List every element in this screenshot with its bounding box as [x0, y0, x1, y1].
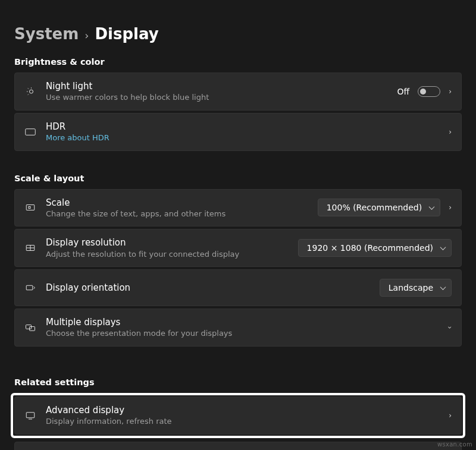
row-hdr[interactable]: HDR More about HDR › — [14, 113, 462, 151]
chevron-right-icon: › — [449, 411, 452, 420]
resolution-icon — [24, 243, 36, 253]
night-light-title: Night light — [46, 80, 388, 92]
row-night-light[interactable]: Night light Use warmer colors to help bl… — [14, 73, 462, 111]
night-light-sub: Use warmer colors to help block blue lig… — [46, 92, 388, 103]
svg-rect-11 — [26, 285, 33, 290]
orientation-icon — [24, 282, 36, 293]
night-light-toggle[interactable] — [418, 86, 440, 97]
hdr-icon — [24, 128, 36, 136]
row-orientation[interactable]: Display orientation Landscape — [14, 269, 462, 306]
row-resolution[interactable]: Display resolution Adjust the resolution… — [14, 229, 462, 267]
chevron-right-icon: › — [449, 128, 452, 136]
svg-point-0 — [30, 90, 33, 93]
multiple-sub: Choose the presentation mode for your di… — [46, 328, 439, 339]
watermark: wsxan.com — [437, 441, 472, 448]
resolution-title: Display resolution — [46, 237, 289, 248]
section-related-title: Related settings — [14, 377, 462, 387]
svg-line-4 — [28, 94, 29, 95]
svg-rect-7 — [29, 207, 30, 209]
orientation-title: Display orientation — [46, 282, 370, 294]
highlight-advanced-display: Advanced display Display information, re… — [11, 393, 465, 438]
multiple-displays-icon — [24, 322, 36, 333]
svg-rect-14 — [26, 413, 35, 418]
chevron-right-icon: › — [84, 29, 89, 42]
svg-line-3 — [28, 88, 29, 89]
scale-sub: Change the size of text, apps, and other… — [46, 209, 308, 219]
row-multiple-displays[interactable]: Multiple displays Choose the presentatio… — [14, 309, 462, 347]
advanced-title: Advanced display — [46, 404, 439, 416]
advanced-sub: Display information, refresh rate — [46, 416, 439, 427]
night-light-icon — [24, 86, 36, 97]
chevron-right-icon: › — [449, 203, 452, 212]
scale-icon — [24, 202, 36, 213]
chevron-right-icon: › — [449, 87, 452, 96]
hdr-link[interactable]: More about HDR — [46, 133, 439, 143]
breadcrumb: System › Display — [14, 25, 462, 43]
section-scale-title: Scale & layout — [14, 174, 462, 183]
night-light-toggle-label: Off — [397, 87, 410, 96]
row-scale[interactable]: Scale Change the size of text, apps, and… — [14, 189, 462, 227]
resolution-sub: Adjust the resolution to fit your connec… — [46, 249, 289, 260]
row-graphics[interactable]: Graphics › — [14, 442, 462, 450]
hdr-title: HDR — [46, 121, 439, 133]
row-advanced-display[interactable]: Advanced display Display information, re… — [14, 396, 462, 435]
breadcrumb-parent[interactable]: System — [14, 25, 79, 43]
display-icon — [24, 410, 36, 421]
resolution-dropdown[interactable]: 1920 × 1080 (Recommended) — [298, 239, 452, 257]
scale-title: Scale — [46, 197, 308, 209]
page-title: Display — [95, 25, 159, 43]
chevron-down-icon[interactable]: › — [446, 326, 455, 329]
section-brightness-title: Brightness & color — [14, 57, 462, 67]
orientation-dropdown[interactable]: Landscape — [380, 279, 452, 297]
svg-rect-5 — [26, 128, 36, 135]
scale-dropdown[interactable]: 100% (Recommended) — [318, 199, 441, 216]
multiple-title: Multiple displays — [46, 316, 439, 328]
